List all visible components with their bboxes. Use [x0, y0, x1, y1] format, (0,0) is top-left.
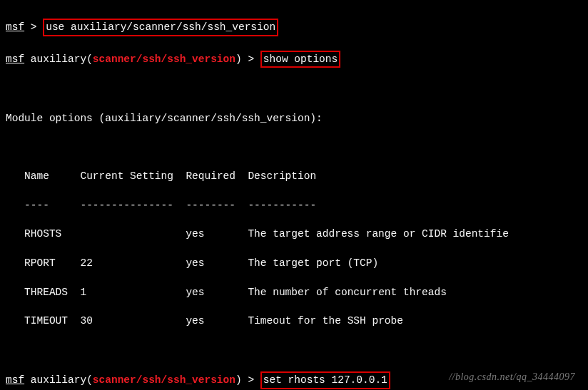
module-path: scanner/ssh/ssh_version [93, 53, 235, 65]
module-path: scanner/ssh/ssh_version [93, 374, 235, 386]
prompt-msf: msf [6, 21, 24, 33]
table-divider: ---- --------------- -------- ----------… [6, 198, 582, 212]
line-use-module: msf > use auxiliary/scanner/ssh/ssh_vers… [6, 19, 582, 36]
prompt-msf: msf [6, 374, 24, 386]
table-row: TIMEOUT 30 yes Timeout for the SSH probe [6, 314, 582, 328]
table-row: THREADS 1 yes The number of concurrent t… [6, 285, 582, 299]
line-show-options: msf auxiliary(scanner/ssh/ssh_version) >… [6, 51, 582, 68]
terminal-output: msf > use auxiliary/scanner/ssh/ssh_vers… [0, 0, 588, 390]
table-row: RHOSTS yes The target address range or C… [6, 227, 582, 241]
table-header: Name Current Setting Required Descriptio… [6, 169, 582, 183]
prompt-msf: msf [6, 53, 24, 65]
table-row: RPORT 22 yes The target port (TCP) [6, 256, 582, 270]
module-options-header: Module options (auxiliary/scanner/ssh/ss… [6, 111, 582, 125]
cmd-use-module-box: use auxiliary/scanner/ssh/ssh_version [43, 19, 278, 36]
watermark-text: //blog.csdn.net/qq_34444097 [449, 370, 575, 384]
cmd-set-rhosts-box: set rhosts 127.0.0.1 [260, 371, 390, 389]
cmd-show-options-box: show options [260, 51, 340, 68]
